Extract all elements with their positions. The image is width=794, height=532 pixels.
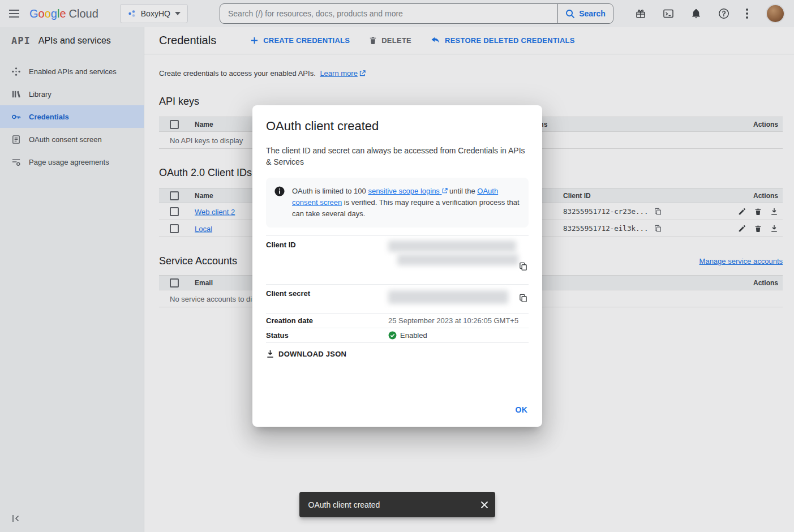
copy-client-id-button[interactable] [518, 261, 529, 272]
client-id-row: Client ID [266, 235, 529, 284]
status-label: Status [266, 331, 388, 340]
copy-icon [519, 294, 527, 303]
copy-client-secret-button[interactable] [518, 293, 529, 304]
creation-date-label: Creation date [266, 316, 388, 325]
close-icon [480, 501, 488, 509]
status-row: Status Enabled [266, 328, 529, 343]
notice-text: until the [448, 187, 478, 195]
snackbar-close-button[interactable] [478, 499, 491, 511]
info-icon [274, 186, 285, 220]
sensitive-scope-logins-link[interactable]: sensitive scope logins [368, 187, 447, 195]
creation-date-value: 25 September 2023 at 10:26:05 GMT+5 [388, 316, 529, 325]
snackbar: OAuth client created [299, 492, 495, 517]
copy-icon [519, 262, 527, 271]
client-id-label: Client ID [266, 241, 388, 280]
client-secret-row: Client secret [266, 284, 529, 313]
status-value: Enabled [400, 331, 427, 340]
download-json-label: DOWNLOAD JSON [278, 350, 346, 358]
notice-link-label: sensitive scope logins [368, 187, 439, 195]
download-icon [266, 350, 274, 358]
ok-button[interactable]: OK [516, 405, 528, 414]
download-json-button[interactable]: DOWNLOAD JSON [266, 350, 346, 358]
dialog-body-text: The client ID and secret can always be a… [266, 145, 529, 168]
client-id-value-redacted [397, 254, 518, 265]
check-circle-icon [388, 331, 397, 340]
client-id-value-redacted [388, 241, 516, 252]
creation-date-row: Creation date 25 September 2023 at 10:26… [266, 313, 529, 328]
client-secret-value-redacted [388, 290, 508, 304]
snackbar-message: OAuth client created [308, 500, 478, 509]
oauth-client-created-dialog: OAuth client created The client ID and s… [252, 105, 542, 427]
dialog-title: OAuth client created [266, 119, 529, 134]
notice-text: OAuth is limited to 100 [292, 187, 368, 195]
client-secret-label: Client secret [266, 289, 388, 308]
oauth-limit-notice: OAuth is limited to 100 sensitive scope … [266, 178, 529, 228]
